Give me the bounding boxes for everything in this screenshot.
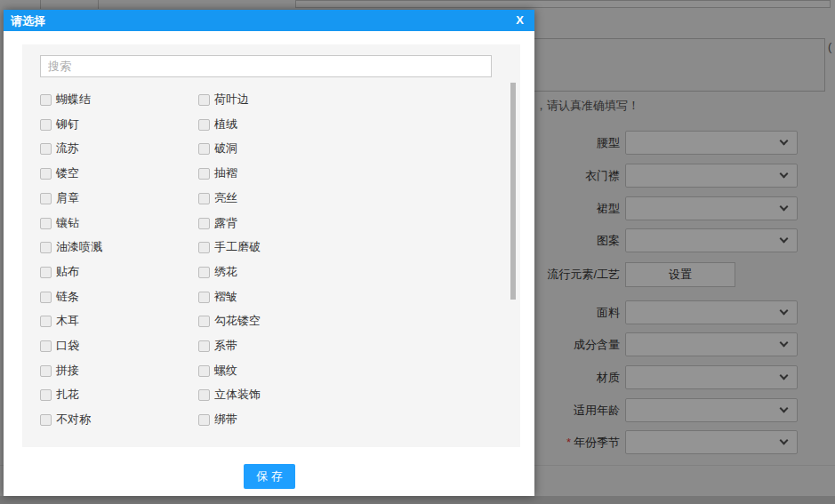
- checkbox-option-label: 流苏: [56, 140, 79, 156]
- checkbox[interactable]: [40, 292, 52, 303]
- checkbox-option[interactable]: 拼接: [40, 364, 79, 378]
- checkbox-option-label: 系带: [214, 338, 237, 354]
- checkbox-option[interactable]: 褶皱: [198, 290, 237, 304]
- checkbox[interactable]: [198, 414, 210, 426]
- checkbox-option[interactable]: 蝴蝶结: [40, 92, 91, 107]
- checkbox-option[interactable]: 绑带: [198, 412, 237, 427]
- checkbox[interactable]: [198, 389, 210, 401]
- checkbox-option-label: 植绒: [214, 116, 237, 132]
- checkbox[interactable]: [40, 218, 52, 229]
- checkbox[interactable]: [198, 119, 210, 131]
- search-input[interactable]: [40, 55, 492, 77]
- checkbox-option[interactable]: 螺纹: [198, 364, 237, 378]
- checkbox-option-label: 亮丝: [214, 190, 237, 206]
- checkbox[interactable]: [40, 365, 52, 377]
- checkbox-option-label: 铆钉: [56, 116, 79, 132]
- checkbox-option-label: 镂空: [56, 165, 79, 181]
- checkbox-option[interactable]: 镶钻: [40, 216, 79, 230]
- checkbox[interactable]: [40, 94, 52, 106]
- checkbox-option[interactable]: 木耳: [40, 314, 79, 328]
- checkbox-option-label: 绣花: [214, 264, 237, 280]
- close-icon[interactable]: X: [516, 13, 524, 27]
- checkbox-option-label: 破洞: [214, 140, 237, 156]
- checkbox-option[interactable]: 系带: [198, 339, 237, 353]
- checkbox-option[interactable]: 植绒: [198, 117, 237, 132]
- checkbox[interactable]: [198, 193, 210, 204]
- checkbox-option-label: 口袋: [56, 338, 79, 354]
- checkbox-option[interactable]: 破洞: [198, 141, 237, 156]
- checkbox-option-label: 蝴蝶结: [56, 92, 91, 108]
- checkbox-option[interactable]: 绣花: [198, 265, 237, 279]
- checkbox-option-label: 链条: [56, 289, 79, 305]
- checkbox[interactable]: [40, 316, 52, 327]
- checkbox[interactable]: [198, 365, 210, 377]
- checkbox[interactable]: [198, 292, 210, 303]
- checkbox[interactable]: [198, 316, 210, 327]
- checkbox[interactable]: [40, 389, 52, 401]
- checkbox-option[interactable]: 铆钉: [40, 117, 79, 132]
- vertical-scrollbar[interactable]: [510, 83, 516, 300]
- checkbox-option[interactable]: 链条: [40, 290, 79, 304]
- checkbox-option-label: 拼接: [56, 363, 79, 379]
- checkbox[interactable]: [198, 94, 210, 106]
- dialog-header: 请选择 X: [4, 10, 534, 31]
- checkbox-option-label: 立体装饰: [214, 387, 261, 403]
- dialog-title: 请选择: [11, 13, 45, 29]
- checkbox-option[interactable]: 荷叶边: [198, 92, 249, 107]
- checkbox[interactable]: [40, 119, 52, 131]
- options-panel: 蝴蝶结荷叶边铆钉植绒流苏破洞镂空抽褶肩章亮丝镶钻露背油漆喷溅手工磨破贴布绣花链条…: [22, 44, 520, 447]
- checkbox-option-label: 手工磨破: [214, 239, 261, 255]
- checkbox-option[interactable]: 流苏: [40, 141, 79, 156]
- checkbox-option-label: 螺纹: [214, 363, 237, 379]
- checkbox[interactable]: [40, 340, 52, 352]
- checkbox-option[interactable]: 油漆喷溅: [40, 240, 102, 254]
- checkbox-option-label: 露背: [214, 215, 237, 231]
- checkbox[interactable]: [40, 143, 52, 155]
- checkbox-option[interactable]: 露背: [198, 216, 237, 230]
- checkbox-option-label: 肩章: [56, 190, 79, 206]
- checkbox-option[interactable]: 贴布: [40, 265, 79, 279]
- checkbox-option-label: 绑带: [214, 412, 237, 428]
- checkbox-option[interactable]: 亮丝: [198, 191, 237, 205]
- checkbox-option-label: 木耳: [56, 313, 79, 329]
- save-button[interactable]: 保 存: [244, 464, 295, 489]
- checkbox[interactable]: [198, 168, 210, 180]
- checkbox[interactable]: [40, 267, 52, 278]
- select-dialog: 请选择 X 蝴蝶结荷叶边铆钉植绒流苏破洞镂空抽褶肩章亮丝镶钻露背油漆喷溅手工磨破…: [4, 10, 534, 496]
- checkbox-option-label: 贴布: [56, 264, 79, 280]
- checkbox-option[interactable]: 勾花镂空: [198, 314, 261, 328]
- checkbox[interactable]: [198, 340, 210, 352]
- checkbox-option-label: 镶钻: [56, 215, 79, 231]
- checkbox-option[interactable]: 肩章: [40, 191, 79, 205]
- checkbox-option[interactable]: 手工磨破: [198, 240, 261, 254]
- checkbox-option[interactable]: 不对称: [40, 412, 91, 427]
- checkbox[interactable]: [40, 193, 52, 204]
- checkbox[interactable]: [198, 143, 210, 155]
- checkbox-option-label: 不对称: [56, 412, 91, 428]
- checkbox-option[interactable]: 抽褶: [198, 166, 237, 180]
- checkbox-option[interactable]: 立体装饰: [198, 388, 261, 402]
- checkbox-option-label: 荷叶边: [214, 92, 249, 108]
- checkbox[interactable]: [40, 168, 52, 180]
- checkbox[interactable]: [198, 267, 210, 278]
- checkbox-option-label: 抽褶: [214, 165, 237, 181]
- checkbox[interactable]: [40, 414, 52, 426]
- checkbox-option-label: 油漆喷溅: [56, 239, 102, 255]
- checkbox-option[interactable]: 口袋: [40, 339, 79, 353]
- checkbox-option[interactable]: 扎花: [40, 388, 79, 402]
- checkbox-option-label: 褶皱: [214, 289, 237, 305]
- checkbox-option-label: 勾花镂空: [214, 313, 261, 329]
- checkbox-option-label: 扎花: [56, 387, 79, 403]
- checkbox-option[interactable]: 镂空: [40, 166, 79, 180]
- checkbox[interactable]: [40, 242, 52, 253]
- checkbox[interactable]: [198, 218, 210, 229]
- checkbox[interactable]: [198, 242, 210, 253]
